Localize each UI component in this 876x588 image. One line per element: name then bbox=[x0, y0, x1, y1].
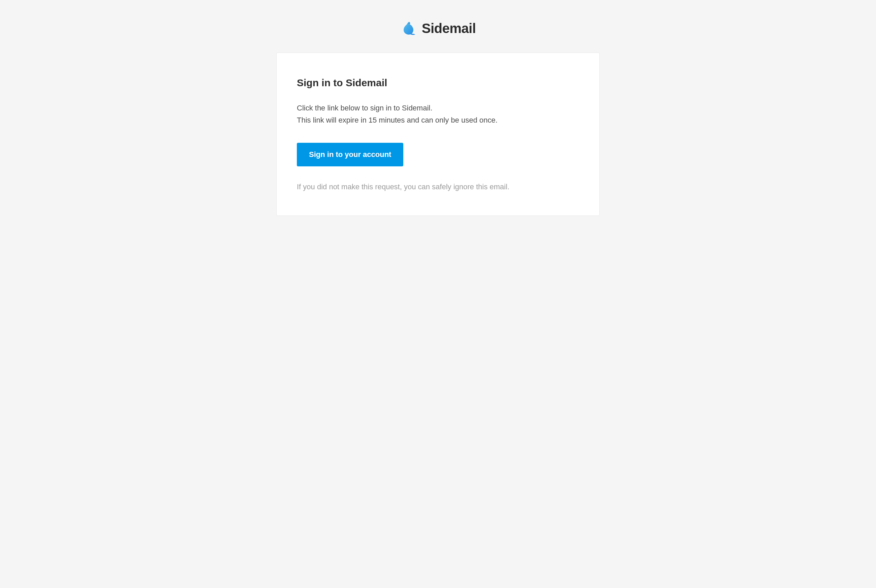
card-title: Sign in to Sidemail bbox=[297, 77, 579, 88]
body-line-1: Click the link below to sign in to Sidem… bbox=[297, 102, 579, 114]
footer-text: If you did not make this request, you ca… bbox=[297, 183, 579, 191]
email-card: Sign in to Sidemail Click the link below… bbox=[276, 52, 600, 216]
brand-name: Sidemail bbox=[422, 21, 476, 36]
email-header: Sidemail bbox=[276, 20, 600, 36]
seal-logo-icon bbox=[400, 20, 416, 36]
signin-button[interactable]: Sign in to your account bbox=[297, 143, 403, 166]
email-container: Sidemail Sign in to Sidemail Click the l… bbox=[276, 20, 600, 216]
svg-point-0 bbox=[409, 23, 409, 24]
body-line-2: This link will expire in 15 minutes and … bbox=[297, 114, 579, 126]
card-body: Click the link below to sign in to Sidem… bbox=[297, 102, 579, 127]
